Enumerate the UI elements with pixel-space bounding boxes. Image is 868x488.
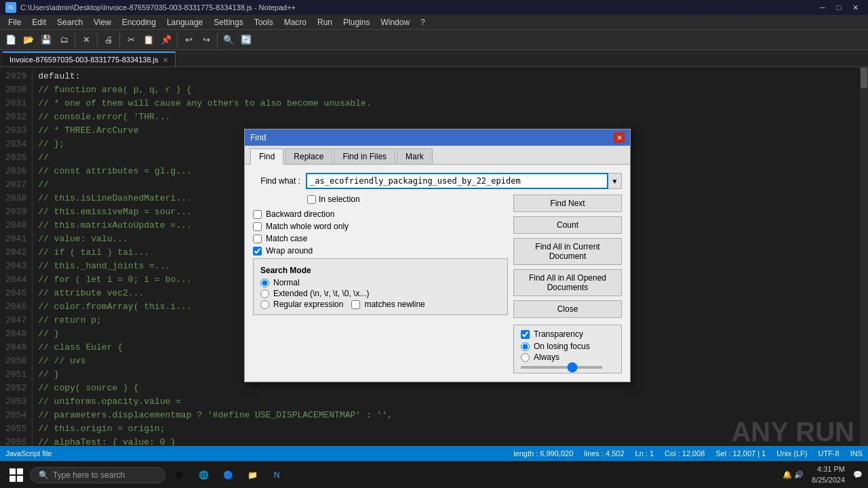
- normal-radio[interactable]: [260, 279, 269, 287]
- backward-checkbox[interactable]: [253, 210, 262, 219]
- close-button-dialog[interactable]: Close: [513, 300, 622, 318]
- dialog-tab-mark[interactable]: Mark: [397, 148, 433, 164]
- menu-edit[interactable]: Edit: [26, 16, 52, 28]
- save-button[interactable]: 💾: [38, 32, 54, 48]
- open-button[interactable]: 📂: [20, 32, 37, 48]
- redo-button[interactable]: ↪: [198, 32, 214, 48]
- cut-button[interactable]: ✂: [123, 32, 139, 48]
- find-what-row: Find what : ▼: [253, 173, 622, 189]
- dialog-tab-find-in-files[interactable]: Find in Files: [334, 148, 395, 164]
- find-all-current-button[interactable]: Find All in Current Document: [513, 238, 622, 265]
- print-button[interactable]: 🖨: [100, 32, 117, 48]
- eol-info: Unix (LF): [776, 449, 807, 458]
- taskbar-task-view[interactable]: ⊞: [168, 464, 190, 486]
- taskbar-edge[interactable]: 🔵: [217, 464, 239, 486]
- replace-button[interactable]: 🔄: [238, 32, 254, 48]
- explorer-icon: 📁: [248, 470, 258, 480]
- ins-info: INS: [850, 449, 863, 458]
- taskbar-clock: 4:31 PM 8/25/2024: [812, 464, 845, 485]
- menu-file[interactable]: File: [3, 16, 26, 28]
- restore-button[interactable]: □: [831, 0, 846, 15]
- tab-close-icon[interactable]: ✕: [163, 56, 168, 64]
- save-all-button[interactable]: 🗂: [56, 32, 72, 48]
- normal-radio-row: Normal: [260, 278, 500, 287]
- menu-tools[interactable]: Tools: [249, 16, 279, 28]
- title-bar: N C:\Users\admin\Desktop\Invoice-8765970…: [0, 0, 868, 15]
- undo-button[interactable]: ↩: [180, 32, 197, 48]
- taskbar-notepad[interactable]: N: [266, 464, 288, 486]
- dialog-title-label: Find: [250, 133, 266, 142]
- menu-view[interactable]: View: [88, 16, 117, 28]
- in-selection-row: In selection: [253, 195, 508, 204]
- in-selection-checkbox[interactable]: [307, 195, 316, 204]
- paste-button[interactable]: 📌: [158, 32, 174, 48]
- menu-language[interactable]: Language: [161, 16, 208, 28]
- ln-info: Ln : 1: [635, 449, 654, 458]
- regex-radio[interactable]: [260, 300, 269, 309]
- windows-icon: [9, 468, 23, 482]
- taskbar-browser[interactable]: 🌐: [193, 464, 214, 486]
- transparency-slider[interactable]: [521, 366, 602, 369]
- match-case-checkbox[interactable]: [253, 235, 262, 243]
- transparency-section: Transparency On losing focus Always: [513, 325, 622, 373]
- wrap-around-label: Wrap around: [266, 246, 313, 256]
- whole-word-checkbox[interactable]: [253, 222, 262, 231]
- on-losing-focus-radio[interactable]: [521, 342, 530, 351]
- normal-label: Normal: [273, 278, 300, 287]
- transparency-checkbox[interactable]: [521, 330, 530, 339]
- menu-help[interactable]: ?: [415, 16, 431, 28]
- find-all-opened-button[interactable]: Find All in All Opened Documents: [513, 269, 622, 296]
- menu-encoding[interactable]: Encoding: [117, 16, 161, 28]
- dialog-close-button[interactable]: ✕: [614, 132, 625, 143]
- find-what-input[interactable]: [306, 173, 608, 189]
- find-button[interactable]: 🔍: [220, 32, 237, 48]
- new-button[interactable]: 📄: [3, 32, 19, 48]
- copy-button[interactable]: 📋: [140, 32, 157, 48]
- scrollbar-thumb[interactable]: [861, 68, 867, 88]
- regex-radio-row: Regular expression matches newline: [260, 300, 500, 309]
- sel-info: Sel : 12,007 | 1: [715, 449, 766, 458]
- dialog-columns: In selection Backward direction Match wh…: [253, 195, 622, 373]
- menu-settings[interactable]: Settings: [208, 16, 248, 28]
- notification-icon: 💬: [853, 470, 863, 479]
- clock-time: 4:31 PM: [812, 464, 845, 474]
- extended-radio[interactable]: [260, 289, 269, 298]
- dialog-right-column: Find Next Count Find All in Current Docu…: [513, 195, 622, 373]
- taskbar-right: 🔔 🔊 4:31 PM 8/25/2024 💬: [783, 464, 863, 485]
- edge-icon: 🔵: [223, 470, 233, 480]
- close-button[interactable]: ✕: [848, 0, 863, 15]
- start-button[interactable]: [5, 464, 27, 486]
- dialog-tab-replace[interactable]: Replace: [285, 148, 332, 164]
- taskbar-explorer[interactable]: 📁: [241, 464, 263, 486]
- find-input-wrapper: ▼: [306, 173, 622, 189]
- menu-search[interactable]: Search: [52, 16, 88, 28]
- always-radio[interactable]: [521, 353, 530, 362]
- minimize-button[interactable]: ─: [815, 0, 830, 15]
- tab-bar: Invoice-876597035-003-8331775-8334138.js…: [0, 50, 868, 67]
- vertical-scrollbar[interactable]: [860, 67, 868, 450]
- toolbar-sep-3: [119, 33, 120, 47]
- count-button[interactable]: Count: [513, 216, 622, 234]
- menu-macro[interactable]: Macro: [279, 16, 312, 28]
- menu-plugins[interactable]: Plugins: [338, 16, 375, 28]
- find-dropdown-button[interactable]: ▼: [608, 173, 622, 189]
- matches-newline-checkbox[interactable]: [351, 300, 360, 309]
- lines-info: lines : 4,502: [584, 449, 624, 458]
- menu-run[interactable]: Run: [312, 16, 338, 28]
- search-icon: 🔍: [39, 470, 49, 480]
- dialog-tab-find[interactable]: Find: [250, 148, 283, 165]
- find-dialog[interactable]: Find ✕ Find Replace Find in Files Mark F…: [244, 129, 631, 382]
- matches-newline-label: matches newline: [364, 300, 425, 309]
- transparency-slider-row: [521, 366, 614, 369]
- col-info: Col : 12,008: [665, 449, 705, 458]
- taskbar-search[interactable]: 🔍 Type here to search: [30, 467, 165, 483]
- dialog-tabs: Find Replace Find in Files Mark: [245, 146, 630, 165]
- menu-window[interactable]: Window: [375, 16, 415, 28]
- browser-icon: 🌐: [199, 470, 209, 480]
- close-tab-button[interactable]: ✕: [78, 32, 94, 48]
- status-bar: JavaScript file length : 6,990,020 lines…: [0, 446, 868, 461]
- find-next-button[interactable]: Find Next: [513, 195, 622, 212]
- dialog-title-bar: Find ✕: [245, 129, 630, 146]
- wrap-around-checkbox[interactable]: [253, 247, 262, 256]
- tab-invoice[interactable]: Invoice-876597035-003-8331775-8334138.js…: [3, 52, 176, 66]
